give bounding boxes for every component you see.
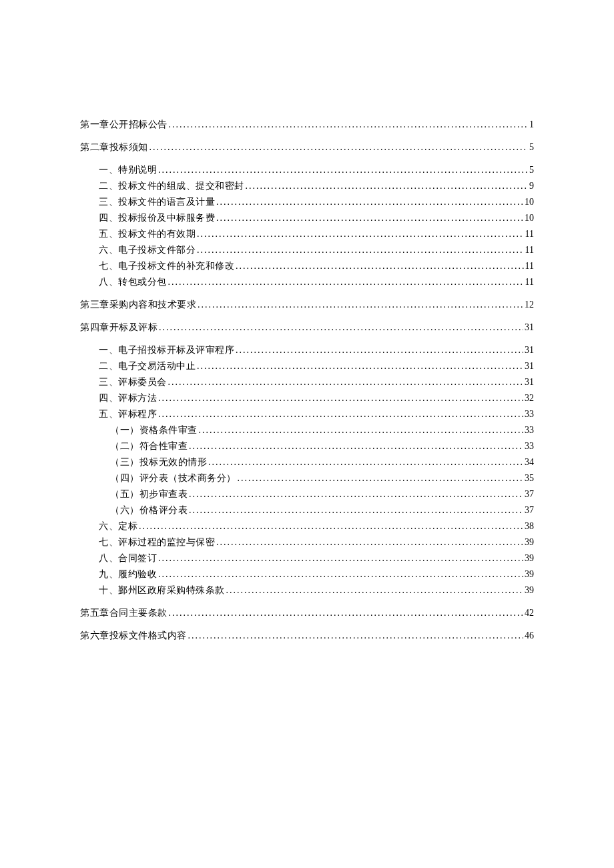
toc-entry-page: 42 (525, 605, 534, 621)
toc-leader-dots (216, 210, 523, 226)
toc-entry: 七、电子投标文件的补充和修改11 (99, 258, 534, 274)
toc-leader-dots (189, 502, 523, 518)
toc-leader-dots (169, 605, 524, 621)
toc-entry-page: 33 (525, 422, 534, 438)
toc-entry-page: 9 (529, 178, 534, 194)
toc-entry-label: 二、电子交易活动中止 (99, 358, 196, 374)
toc-entry: 六、定标38 (99, 518, 534, 534)
toc-entry: 一、电子招投标开标及评审程序31 (99, 342, 534, 358)
toc-leader-dots (189, 438, 523, 454)
toc-entry-page: 31 (525, 320, 534, 336)
toc-leader-dots (216, 534, 523, 550)
toc-entry: 三、评标委员会31 (99, 374, 534, 390)
toc-leader-dots (197, 242, 524, 258)
toc-entry-label: 三、投标文件的语言及计量 (99, 194, 215, 210)
toc-leader-dots (246, 178, 529, 194)
toc-leader-dots (168, 374, 524, 390)
toc-entry-label: 第二章投标须知 (80, 139, 148, 155)
toc-entry: 三、投标文件的语言及计量10 (99, 194, 534, 210)
toc-entry-page: 10 (525, 194, 534, 210)
toc-entry-label: （三）投标无效的情形 (110, 454, 207, 470)
toc-entry-page: 37 (525, 502, 534, 518)
toc-leader-dots (149, 139, 529, 155)
toc-entry: 十、鄞州区政府采购特殊条款39 (99, 582, 534, 598)
toc-leader-dots (198, 297, 523, 313)
toc-entry: （四）评分表（技术商务分）35 (110, 470, 534, 486)
toc-entry-label: （二）符合性审查 (110, 438, 188, 454)
toc-entry-page: 11 (525, 274, 534, 290)
toc-entry: 第三章采购内容和技术要求12 (80, 297, 534, 313)
toc-entry: 第五章合同主要条款42 (80, 605, 534, 621)
toc-entry: 第四章开标及评标31 (80, 320, 534, 336)
toc-entry-page: 31 (525, 342, 534, 358)
toc-entry: 第二章投标须知5 (80, 139, 534, 155)
toc-entry-label: 九、履约验收 (99, 566, 157, 582)
toc-leader-dots (208, 454, 523, 470)
toc-entry: 五、评标程序33 (99, 406, 534, 422)
toc-entry-page: 10 (525, 210, 534, 226)
toc-entry: （一）资格条件审查33 (110, 422, 534, 438)
toc-leader-dots (158, 390, 523, 406)
toc-leader-dots (158, 406, 523, 422)
toc-entry-page: 39 (525, 534, 534, 550)
toc-leader-dots (139, 518, 523, 534)
toc-leader-dots (197, 226, 524, 242)
toc-entry-page: 12 (525, 297, 534, 313)
toc-entry-label: 一、电子招投标开标及评审程序 (99, 342, 234, 358)
toc-entry-label: 第一章公开招标公告 (80, 117, 168, 133)
toc-leader-dots (158, 550, 523, 566)
toc-entry: 五、投标文件的有效期11 (99, 226, 534, 242)
table-of-contents: 第一章公开招标公告1第二章投标须知5一、特别说明5二、投标文件的组成、提交和密封… (80, 117, 534, 644)
toc-entry: 七、评标过程的监控与保密39 (99, 534, 534, 550)
toc-entry-label: 五、评标程序 (99, 406, 157, 422)
toc-leader-dots (197, 358, 523, 374)
toc-entry-label: 六、定标 (99, 518, 137, 534)
toc-entry-page: 32 (525, 390, 534, 406)
toc-entry: 第一章公开招标公告1 (80, 117, 534, 133)
toc-entry: 八、合同签订39 (99, 550, 534, 566)
toc-entry-label: 四、投标报价及中标服务费 (99, 210, 215, 226)
toc-leader-dots (159, 320, 523, 336)
toc-entry-label: （六）价格评分表 (110, 502, 188, 518)
toc-entry: （三）投标无效的情形34 (110, 454, 534, 470)
document-page: 第一章公开招标公告1第二章投标须知5一、特别说明5二、投标文件的组成、提交和密封… (0, 0, 614, 691)
toc-entry-page: 39 (525, 566, 534, 582)
toc-entry-label: （四）评分表（技术商务分） (110, 470, 236, 486)
toc-leader-dots (158, 162, 528, 178)
toc-entry-label: 二、投标文件的组成、提交和密封 (99, 178, 244, 194)
toc-leader-dots (216, 194, 523, 210)
toc-entry-page: 33 (525, 438, 534, 454)
toc-entry-page: 37 (525, 486, 534, 502)
toc-entry-page: 33 (525, 406, 534, 422)
toc-entry: 六、电子投标文件部分11 (99, 242, 534, 258)
toc-entry-label: 七、电子投标文件的补充和修改 (99, 258, 234, 274)
toc-leader-dots (199, 422, 524, 438)
toc-entry-page: 11 (525, 242, 534, 258)
toc-leader-dots (158, 566, 523, 582)
toc-entry-label: 三、评标委员会 (99, 374, 167, 390)
toc-entry: 八、转包或分包11 (99, 274, 534, 290)
toc-entry-label: 第四章开标及评标 (80, 320, 158, 336)
toc-leader-dots (189, 486, 523, 502)
toc-entry-page: 38 (525, 518, 534, 534)
toc-entry-page: 39 (525, 550, 534, 566)
toc-entry-label: （五）初步审查表 (110, 486, 188, 502)
toc-entry-page: 34 (525, 454, 534, 470)
toc-entry-label: 八、合同签订 (99, 550, 157, 566)
toc-entry-page: 11 (525, 226, 534, 242)
toc-leader-dots (226, 582, 524, 598)
toc-entry-page: 31 (525, 374, 534, 390)
toc-entry-label: 四、评标方法 (99, 390, 157, 406)
toc-entry-label: 第五章合同主要条款 (80, 605, 168, 621)
toc-entry: 二、投标文件的组成、提交和密封9 (99, 178, 534, 194)
toc-entry-label: 六、电子投标文件部分 (99, 242, 196, 258)
toc-entry-page: 35 (525, 470, 534, 486)
toc-entry: 二、电子交易活动中止31 (99, 358, 534, 374)
toc-entry-label: 七、评标过程的监控与保密 (99, 534, 215, 550)
toc-entry-page: 39 (525, 582, 534, 598)
toc-leader-dots (236, 342, 523, 358)
toc-leader-dots (168, 274, 524, 290)
toc-entry-label: 五、投标文件的有效期 (99, 226, 196, 242)
toc-entry-label: （一）资格条件审查 (110, 422, 198, 438)
toc-leader-dots (169, 117, 529, 133)
